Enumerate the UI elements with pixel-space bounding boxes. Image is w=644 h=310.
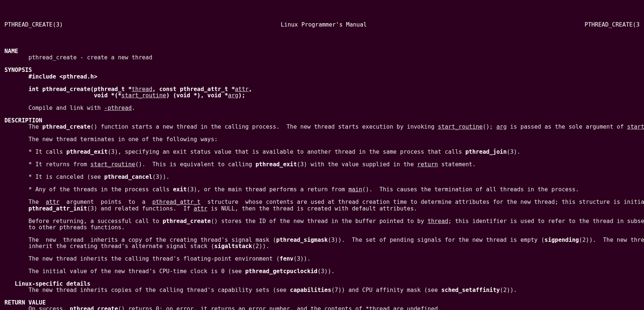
header-center: Linux Programmer's Manual — [281, 22, 367, 28]
p6-b: pthread_create — [163, 218, 211, 224]
p5-a: The — [4, 199, 46, 205]
d1-sr: start_routine — [438, 123, 483, 130]
b2-sr: start_routine — [90, 161, 135, 168]
b1-b: pthread_exit — [66, 149, 108, 155]
b2-e: statement. — [438, 161, 476, 168]
rv-thread: *thread — [366, 306, 390, 310]
d1-d: (); — [483, 123, 496, 130]
d1-e: is passed as the sole argument of — [507, 123, 627, 130]
p5b-attr: attr — [194, 205, 207, 212]
p9-c: (3)). — [317, 268, 335, 275]
b4-b: exit — [173, 186, 187, 193]
p5-attr: attr — [46, 199, 59, 205]
b4-d: (). This causes the termination of all t… — [362, 186, 579, 193]
syn-compile-pre: Compile and link with — [4, 105, 104, 111]
d1-arg: arg — [496, 123, 507, 130]
p5b-d: is NULL, then the thread is created with… — [208, 205, 417, 212]
b1-d: pthread_join — [465, 149, 507, 155]
b3-b: pthread_cancel — [104, 174, 153, 180]
p7-e: (2)). The new thread does no — [579, 237, 644, 243]
rv-a: On success, — [4, 306, 70, 310]
p5b-b: pthread_attr_init — [28, 205, 87, 212]
syn-proto1-b: , const pthread_attr_t * — [152, 86, 235, 93]
p5b-a — [4, 205, 28, 212]
header-left: PTHREAD_CREATE(3) — [4, 22, 63, 28]
b1-e: (3). — [507, 149, 520, 155]
p6-thread: thread — [428, 218, 448, 224]
p7-a: The new thread inherits a copy of the cr… — [4, 237, 276, 243]
b2-ret: return — [417, 161, 438, 168]
p7b-b: sigaltstack — [214, 243, 252, 250]
syn-proto1-a: int pthread_create(pthread_t * — [28, 86, 132, 93]
p9-a: The initial value of the new thread's CP… — [4, 268, 245, 275]
p5-b: argument points to a — [59, 199, 152, 205]
syn-proto1-thread: thread — [132, 86, 152, 93]
b3-c: (3)). — [152, 174, 170, 180]
p8-a: The new thread inherits the calling thre… — [4, 255, 280, 262]
p10-c: (7)) and CPU affinity mask (see — [331, 287, 442, 293]
b3-a: * It is canceled (see — [4, 174, 104, 180]
syn-proto2-c: ); — [239, 92, 246, 99]
p7b-a: inherit the creating thread's alternate … — [4, 243, 214, 250]
section-synopsis: SYNOPSIS — [4, 67, 32, 73]
syn-proto2-b: ) (void *), void * — [166, 92, 228, 99]
syn-include: #include <pthread.h> — [28, 73, 97, 80]
section-return-value: RETURN VALUE — [4, 299, 46, 306]
d1-sr2: start_routine — [627, 123, 644, 130]
b4-c: (3), or the main thread performs a retur… — [187, 186, 349, 193]
p10-b: capabilities — [290, 287, 331, 293]
p5b-c: (3) and related functions. If — [87, 205, 194, 212]
syn-proto1-attr: attr — [235, 86, 248, 93]
b4-main: main — [348, 186, 362, 193]
p5-pat: pthread_attr_t — [152, 199, 201, 205]
p9-b: pthread_getcpuclockid — [245, 268, 317, 275]
p10-d: sched_setaffinity — [441, 287, 500, 293]
section-name: NAME — [4, 48, 18, 55]
p6b: to other pthreads functions. — [4, 224, 125, 231]
man-body[interactable]: NAME pthread_create - create a new threa… — [0, 42, 644, 310]
rv-c: () returns 0; on error, it returns an er… — [118, 306, 366, 310]
b2-d: (3) with the value supplied in the — [297, 161, 417, 168]
subsection-linux: Linux-specific details — [4, 281, 90, 287]
b1-c: (3), specifying an exit status value tha… — [108, 149, 466, 155]
syn-include-pre — [4, 73, 28, 80]
b4-a: * Any of the threads in the process call… — [4, 186, 173, 193]
b2-a: * It returns from — [4, 161, 90, 168]
header-right: PTHREAD_CREATE(3 — [585, 22, 640, 28]
syn-proto2-sr: start_routine — [121, 92, 166, 99]
syn-proto2-a: void *(* — [94, 92, 122, 99]
p7-b: pthread_sigmask — [276, 237, 328, 243]
d1-a: The — [4, 123, 42, 130]
d1-c: () function starts a new thread in the c… — [90, 123, 438, 130]
p8-b: fenv — [280, 255, 293, 262]
name-body: pthread_create - create a new thread — [4, 54, 152, 61]
rv-b: pthread_create — [70, 306, 118, 310]
p7-d: sigpending — [544, 237, 579, 243]
b2-c: pthread_exit — [255, 161, 297, 168]
b2-b: (). This is equivalent to calling — [135, 161, 256, 168]
syn-proto1-pre — [4, 86, 28, 93]
p8-c: (3)). — [293, 255, 311, 262]
rv-d: are undefined. — [390, 306, 441, 310]
man-header: PTHREAD_CREATE(3) Linux Programmer's Man… — [0, 19, 644, 29]
syn-compile-flag: -pthread — [104, 105, 132, 111]
p6-d: ; this identifier is used to refer to th… — [448, 218, 644, 224]
section-description: DESCRIPTION — [4, 117, 42, 124]
p5-c: structure whose contents are used at thr… — [201, 199, 644, 205]
p7-c: (3)). The set of pending signals for the… — [328, 237, 544, 243]
b1-a: * It calls — [4, 149, 66, 155]
p6-c: () stores the ID of the new thread in th… — [211, 218, 428, 224]
syn-compile-post: . — [132, 105, 135, 111]
syn-proto2-pre — [4, 92, 94, 99]
syn-proto1-c: , — [249, 86, 252, 93]
p10-e: (2)). — [500, 287, 517, 293]
p7b-c: (2)). — [252, 243, 269, 250]
p10-a: The new thread inherits copies of the ca… — [4, 287, 290, 293]
d1-b: pthread_create — [42, 123, 91, 130]
syn-proto2-arg: arg — [228, 92, 239, 99]
d2: The new thread terminates in one of the … — [4, 136, 218, 143]
p6-a: Before returning, a successful call to — [4, 218, 163, 224]
